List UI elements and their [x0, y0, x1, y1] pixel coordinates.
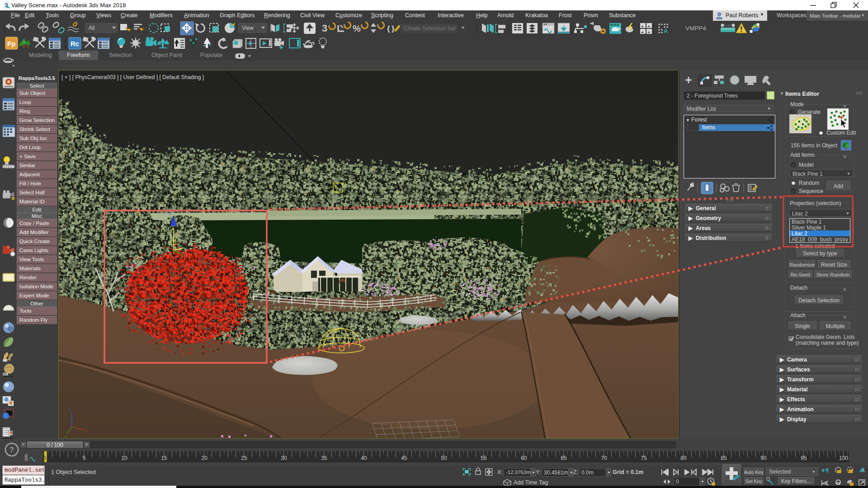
svg-text:Ox: Ox [3, 372, 8, 376]
svg-text:HF: HF [3, 358, 8, 363]
svg-text:VMPP4: VMPP4 [685, 25, 706, 32]
svg-text:y: y [181, 252, 184, 257]
svg-text:%: % [353, 23, 361, 33]
svg-text:y: y [65, 434, 67, 438]
svg-text:Rc: Rc [71, 40, 79, 47]
svg-text:Create Selection Set: Create Selection Set [404, 25, 456, 32]
svg-text:Fp: Fp [7, 40, 15, 47]
svg-text:z: z [170, 211, 172, 216]
svg-text:3: 3 [322, 23, 327, 34]
svg-text:z: z [69, 408, 71, 413]
svg-text:All: All [89, 25, 94, 31]
svg-text:x: x [85, 429, 88, 433]
svg-text:A: A [664, 28, 668, 34]
svg-text:{ }: { } [387, 24, 395, 33]
svg-text:View: View [242, 25, 254, 31]
svg-text:?: ? [9, 446, 14, 454]
